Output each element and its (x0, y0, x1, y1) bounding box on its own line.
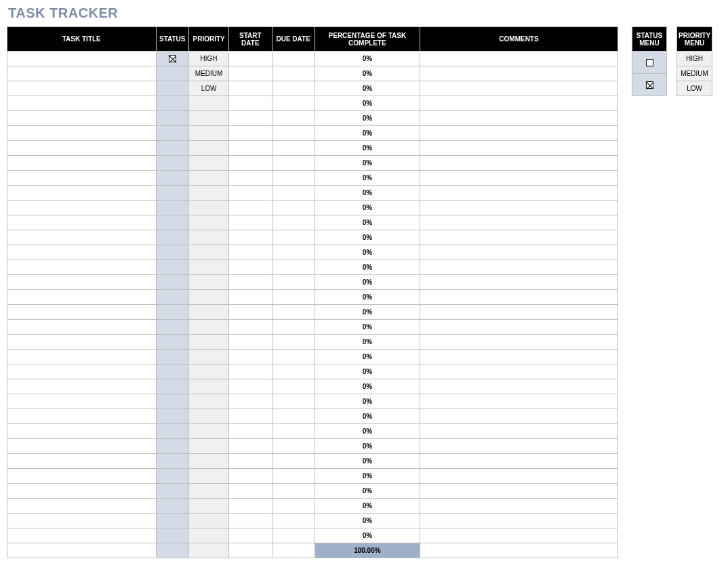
status-menu-item[interactable] (632, 51, 667, 74)
cell-priority[interactable] (189, 409, 229, 424)
cell-due-date[interactable] (272, 245, 315, 260)
cell-status[interactable] (156, 275, 189, 290)
cell-task-title[interactable] (7, 499, 157, 514)
cell-pct-complete[interactable]: 0% (315, 528, 420, 543)
cell-due-date[interactable] (272, 186, 315, 201)
cell-comments[interactable] (420, 394, 618, 409)
cell-priority[interactable] (189, 230, 229, 245)
cell-priority[interactable] (189, 201, 229, 215)
cell-task-title[interactable] (7, 379, 157, 394)
cell-start-date[interactable] (229, 379, 272, 394)
cell-pct-complete[interactable]: 0% (315, 424, 420, 439)
cell-status[interactable] (156, 394, 189, 409)
cell-start-date[interactable] (229, 51, 272, 66)
cell-due-date[interactable] (272, 335, 315, 350)
cell-pct-complete[interactable]: 0% (315, 305, 420, 320)
cell-pct-complete[interactable]: 0% (315, 499, 420, 514)
cell-start-date[interactable] (229, 439, 272, 454)
cell-comments[interactable] (420, 141, 618, 156)
cell-due-date[interactable] (272, 111, 315, 126)
cell-pct-complete[interactable]: 0% (315, 126, 420, 141)
cell-due-date[interactable] (272, 320, 315, 335)
cell-due-date[interactable] (272, 350, 315, 364)
cell-start-date[interactable] (229, 260, 272, 275)
cell-start-date[interactable] (229, 141, 272, 156)
cell-priority[interactable] (189, 499, 229, 514)
cell-comments[interactable] (420, 320, 618, 335)
cell-comments[interactable] (420, 290, 618, 305)
cell-due-date[interactable] (272, 379, 315, 394)
cell-comments[interactable] (420, 186, 618, 201)
cell-comments[interactable] (420, 424, 618, 439)
cell-priority[interactable] (189, 439, 229, 454)
cell-status[interactable] (156, 290, 189, 305)
cell-pct-complete[interactable]: 0% (315, 439, 420, 454)
cell-task-title[interactable] (7, 305, 157, 320)
cell-priority[interactable]: MEDIUM (189, 66, 229, 81)
cell-task-title[interactable] (7, 394, 157, 409)
cell-priority[interactable] (189, 111, 229, 126)
cell-status[interactable] (156, 51, 189, 66)
cell-comments[interactable] (420, 51, 618, 66)
cell-due-date[interactable] (272, 514, 315, 528)
cell-start-date[interactable] (229, 350, 272, 364)
cell-status[interactable] (156, 201, 189, 215)
cell-task-title[interactable] (7, 111, 157, 126)
status-menu-item[interactable] (632, 74, 667, 96)
cell-comments[interactable] (420, 156, 618, 171)
cell-task-title[interactable] (7, 320, 157, 335)
cell-status[interactable] (156, 230, 189, 245)
cell-priority[interactable] (189, 528, 229, 543)
checkbox-empty-icon[interactable] (646, 59, 653, 66)
cell-comments[interactable] (420, 215, 618, 230)
cell-due-date[interactable] (272, 394, 315, 409)
cell-priority[interactable]: HIGH (189, 51, 229, 66)
cell-pct-complete[interactable]: 0% (315, 320, 420, 335)
cell-pct-complete[interactable]: 0% (315, 275, 420, 290)
cell-status[interactable] (156, 141, 189, 156)
cell-priority[interactable] (189, 260, 229, 275)
cell-comments[interactable] (420, 454, 618, 469)
cell-status[interactable] (156, 245, 189, 260)
cell-due-date[interactable] (272, 96, 315, 111)
cell-start-date[interactable] (229, 305, 272, 320)
cell-status[interactable] (156, 111, 189, 126)
cell-comments[interactable] (420, 364, 618, 379)
cell-task-title[interactable] (7, 454, 157, 469)
cell-start-date[interactable] (229, 528, 272, 543)
cell-due-date[interactable] (272, 260, 315, 275)
cell-start-date[interactable] (229, 171, 272, 186)
cell-task-title[interactable] (7, 156, 157, 171)
cell-comments[interactable] (420, 126, 618, 141)
cell-status[interactable] (156, 335, 189, 350)
cell-task-title[interactable] (7, 126, 157, 141)
cell-due-date[interactable] (272, 364, 315, 379)
cell-priority[interactable] (189, 245, 229, 260)
cell-comments[interactable] (420, 81, 618, 96)
cell-due-date[interactable] (272, 171, 315, 186)
cell-priority[interactable] (189, 469, 229, 484)
cell-pct-complete[interactable]: 0% (315, 260, 420, 275)
cell-priority[interactable] (189, 126, 229, 141)
cell-pct-complete[interactable]: 0% (315, 364, 420, 379)
cell-task-title[interactable] (7, 230, 157, 245)
cell-task-title[interactable] (7, 484, 157, 499)
cell-due-date[interactable] (272, 230, 315, 245)
cell-pct-complete[interactable]: 0% (315, 484, 420, 499)
cell-start-date[interactable] (229, 126, 272, 141)
cell-pct-complete[interactable]: 0% (315, 379, 420, 394)
cell-pct-complete[interactable]: 0% (315, 111, 420, 126)
cell-due-date[interactable] (272, 141, 315, 156)
cell-start-date[interactable] (229, 335, 272, 350)
cell-priority[interactable]: LOW (189, 81, 229, 96)
cell-comments[interactable] (420, 335, 618, 350)
cell-due-date[interactable] (272, 275, 315, 290)
priority-menu-item[interactable]: MEDIUM (677, 66, 712, 81)
cell-pct-complete[interactable]: 0% (315, 96, 420, 111)
cell-pct-complete[interactable]: 0% (315, 230, 420, 245)
cell-status[interactable] (156, 156, 189, 171)
cell-comments[interactable] (420, 66, 618, 81)
cell-start-date[interactable] (229, 275, 272, 290)
cell-due-date[interactable] (272, 409, 315, 424)
cell-due-date[interactable] (272, 469, 315, 484)
